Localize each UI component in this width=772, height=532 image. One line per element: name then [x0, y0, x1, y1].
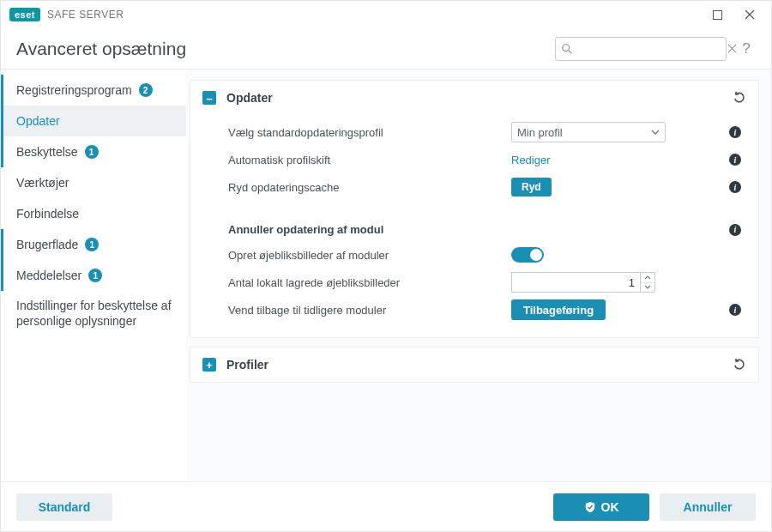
svg-point-1 — [563, 44, 570, 51]
row-label: Vælg standardopdateringsprofil — [228, 126, 503, 139]
undo-icon — [733, 91, 746, 105]
panel-title: Opdater — [226, 91, 273, 105]
sidebar-item-detection[interactable]: Registreringsprogram2 — [1, 75, 186, 106]
panel-header[interactable]: – Opdater — [190, 81, 758, 115]
row-clear-cache: Ryd opdateringscache Ryd i — [190, 173, 758, 201]
sidebar-badge: 2 — [139, 83, 153, 97]
ok-label: OK — [601, 500, 619, 514]
row-label: Opret øjebliksbilleder af moduler — [228, 249, 503, 262]
page-title: Avanceret opsætning — [16, 39, 186, 59]
sidebar-item-label: Beskyttelse — [16, 145, 78, 159]
panel-header[interactable]: + Profiler — [190, 348, 758, 382]
revert-button[interactable] — [733, 358, 746, 372]
sidebar-item-label: Brugerflade — [16, 238, 78, 251]
info-icon[interactable]: i — [729, 126, 741, 138]
info-icon[interactable]: i — [729, 224, 741, 236]
sidebar-item-label: Forbindelse — [16, 207, 79, 221]
sidebar: Registreringsprogram2 Opdater Beskyttels… — [1, 70, 186, 481]
row-auto-profile-switch: Automatisk profilskift Rediger i — [190, 146, 758, 173]
main: – Opdater Vælg standardopdateringsprofil… — [186, 70, 771, 481]
sidebar-badge: 1 — [85, 238, 99, 251]
sidebar-item-protection[interactable]: Beskyttelse1 — [1, 136, 186, 167]
sidebar-item-label: Registreringsprogram — [16, 83, 132, 97]
ok-button[interactable]: OK — [553, 493, 649, 521]
sidebar-item-privacy[interactable]: Indstillinger for beskyttelse af personl… — [1, 291, 186, 336]
row-label: Antal lokalt lagrede øjebliksbilleder — [228, 276, 503, 289]
sidebar-item-tools[interactable]: Værktøjer — [1, 167, 186, 198]
sidebar-item-notifications[interactable]: Meddelelser1 — [1, 260, 186, 291]
sidebar-badge: 1 — [88, 269, 102, 282]
row-default-profile: Vælg standardopdateringsprofil Min profi… — [190, 118, 758, 146]
row-label: Automatisk profilskift — [228, 154, 503, 166]
sidebar-item-label: Indstillinger for beskyttelse af personl… — [16, 298, 174, 329]
spin-up[interactable] — [641, 273, 654, 283]
rollback-button[interactable]: Tilbageføring — [511, 299, 606, 320]
app-window: eset SAFE SERVER Avanceret opsætning ? R… — [0, 0, 772, 532]
select-value: Min profil — [517, 126, 563, 139]
brand-logo: eset — [9, 8, 40, 21]
spinner — [640, 272, 655, 293]
panel-profiles: + Profiler — [190, 347, 759, 383]
sidebar-item-connection[interactable]: Forbindelse — [1, 198, 186, 229]
profile-select[interactable]: Min profil — [511, 122, 666, 142]
row-label: Ryd opdateringscache — [228, 181, 503, 194]
info-icon[interactable]: i — [729, 154, 741, 166]
panel-update: – Opdater Vælg standardopdateringsprofil… — [190, 80, 759, 338]
titlebar: eset SAFE SERVER — [1, 1, 771, 28]
info-icon[interactable]: i — [729, 304, 741, 316]
sidebar-item-label: Meddelelser — [16, 269, 81, 282]
chevron-up-icon — [644, 275, 651, 280]
shield-icon — [584, 501, 596, 513]
window-maximize-button[interactable] — [704, 4, 730, 25]
cancel-button[interactable]: Annuller — [660, 493, 756, 521]
header: Avanceret opsætning ? — [1, 28, 771, 70]
row-snapshot-count: Antal lokalt lagrede øjebliksbilleder — [190, 269, 758, 296]
body: Registreringsprogram2 Opdater Beskyttels… — [1, 70, 771, 481]
panel-body: Vælg standardopdateringsprofil Min profi… — [190, 115, 758, 337]
undo-icon — [733, 358, 746, 372]
default-button[interactable]: Standard — [16, 493, 112, 521]
edit-link[interactable]: Rediger — [511, 154, 551, 166]
spin-down[interactable] — [641, 283, 654, 293]
subheading-row: Annuller opdatering af modul i — [190, 213, 758, 241]
svg-rect-0 — [713, 10, 721, 19]
footer: Standard OK Annuller — [1, 481, 771, 531]
snapshot-count-input[interactable] — [511, 272, 640, 293]
info-icon[interactable]: i — [729, 181, 741, 193]
sidebar-item-label: Opdater — [16, 114, 60, 128]
snapshots-toggle[interactable] — [511, 247, 544, 263]
collapse-icon[interactable]: – — [202, 91, 216, 105]
revert-button[interactable] — [733, 91, 746, 105]
chevron-down-icon — [644, 285, 651, 289]
row-rollback: Vend tilbage til tidligere moduler Tilba… — [190, 296, 758, 323]
chevron-down-icon — [651, 128, 660, 136]
sidebar-item-ui[interactable]: Brugerflade1 — [1, 229, 186, 260]
toggle-knob — [530, 249, 542, 261]
search-box[interactable] — [555, 37, 727, 61]
snapshot-count-field[interactable] — [511, 272, 655, 293]
sidebar-item-update[interactable]: Opdater — [1, 106, 186, 136]
sidebar-item-label: Værktøjer — [16, 176, 69, 190]
maximize-icon — [713, 10, 722, 20]
help-button[interactable]: ? — [737, 40, 756, 57]
sidebar-badge: 1 — [85, 145, 99, 159]
subsection-title: Annuller opdatering af modul — [228, 223, 724, 236]
clear-cache-button[interactable]: Ryd — [511, 178, 552, 196]
product-name: SAFE SERVER — [47, 9, 124, 21]
search-input[interactable] — [578, 42, 722, 55]
clear-search-icon[interactable] — [727, 44, 737, 53]
expand-icon[interactable]: + — [202, 358, 216, 372]
window-close-button[interactable] — [737, 4, 763, 25]
search-icon — [561, 43, 573, 55]
close-icon — [745, 9, 755, 20]
row-label: Vend tilbage til tidligere moduler — [228, 304, 503, 317]
panel-title: Profiler — [226, 358, 268, 372]
row-create-snapshots: Opret øjebliksbilleder af moduler — [190, 241, 758, 269]
